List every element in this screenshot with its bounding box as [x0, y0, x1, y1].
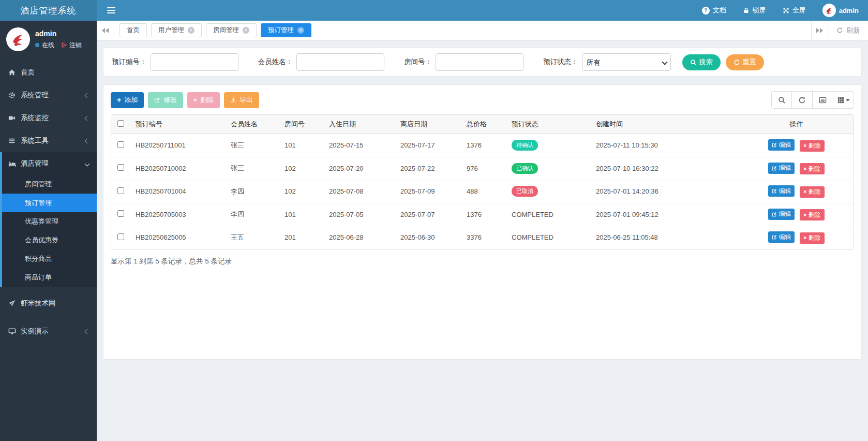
booking-table-wrap: 预订编号 会员姓名 房间号 入住日期 离店日期 总价格 预订状态 创建时间 操作	[111, 114, 854, 249]
sidebar-item-booking-mgmt[interactable]: 预订管理	[2, 194, 97, 212]
sidebar-item-system-mgmt[interactable]: 系统管理	[0, 84, 97, 107]
app-title: 酒店管理系统	[0, 0, 97, 21]
member-name-input[interactable]	[296, 53, 384, 71]
row-checkbox[interactable]	[117, 164, 124, 171]
row-delete-label: 删除	[809, 187, 821, 196]
close-icon[interactable]: ×	[297, 27, 304, 34]
tabs-scroll-left-button[interactable]	[97, 21, 113, 40]
sidebar-item-points-goods[interactable]: 积分商品	[2, 249, 97, 268]
edit-icon	[772, 142, 777, 148]
tab-label: 首页	[127, 26, 140, 35]
user-menu[interactable]: admin	[822, 4, 859, 17]
table-row: HB20250711001 张三 101 2025-07-15 2025-07-…	[111, 134, 854, 157]
table-columns-button[interactable]	[833, 91, 854, 109]
navbar-right: ? 文档 锁屏 全屏 admin	[702, 4, 859, 17]
sidebar-item-label: 实例演示	[21, 327, 49, 336]
cell-room-no: 101	[279, 203, 324, 226]
row-edit-label: 编辑	[779, 187, 791, 196]
row-delete-button[interactable]: ×删除	[800, 209, 824, 220]
sidebar-item-room-mgmt[interactable]: 房间管理	[2, 175, 97, 194]
delete-button[interactable]: × 删除	[187, 92, 219, 108]
close-icon[interactable]: ×	[243, 27, 249, 34]
row-edit-button[interactable]: 编辑	[768, 231, 795, 243]
tab-user-mgmt[interactable]: 用户管理 ×	[151, 23, 202, 37]
cell-room-no: 102	[279, 157, 324, 180]
close-icon[interactable]: ×	[188, 27, 194, 34]
docs-link[interactable]: ? 文档	[702, 6, 726, 15]
fullscreen-link[interactable]: 全屏	[783, 6, 806, 15]
x-icon: ×	[803, 212, 806, 218]
booking-table-panel: + 添加 修改 × 删除 导出	[103, 84, 862, 360]
reset-button[interactable]: 重置	[726, 54, 764, 70]
tab-room-mgmt[interactable]: 房间管理 ×	[206, 23, 257, 37]
table-view-controls	[771, 91, 854, 109]
sidebar-item-xiami-tech[interactable]: 虾米技术网	[0, 292, 97, 315]
sidebar-user-avatar	[6, 27, 30, 51]
add-button[interactable]: + 添加	[111, 92, 144, 108]
refresh-icon	[798, 96, 806, 104]
sidebar-item-demo[interactable]: 实例演示	[0, 320, 97, 343]
row-edit-button[interactable]: 编辑	[768, 139, 795, 151]
sidebar-item-coupon-mgmt[interactable]: 优惠券管理	[2, 212, 97, 231]
edit-button[interactable]: 修改	[148, 92, 183, 108]
row-delete-button[interactable]: ×删除	[800, 232, 824, 244]
row-delete-button[interactable]: ×删除	[800, 163, 824, 174]
cell-booking-no: HB20250710002	[130, 157, 226, 180]
tab-label: 预订管理	[268, 26, 294, 35]
search-icon	[778, 96, 786, 104]
booking-status-select[interactable]: 所有	[582, 53, 671, 71]
cell-member-name: 李四	[226, 203, 279, 226]
booking-table: 预订编号 会员姓名 房间号 入住日期 离店日期 总价格 预订状态 创建时间 操作	[111, 115, 854, 249]
row-checkbox[interactable]	[117, 233, 124, 240]
sidebar-item-hotel-mgmt[interactable]: 酒店管理	[2, 152, 97, 175]
row-edit-button[interactable]: 编辑	[768, 163, 795, 174]
edit-button-label: 修改	[163, 95, 177, 105]
row-checkbox[interactable]	[117, 141, 124, 148]
tab-label: 房间管理	[213, 26, 239, 35]
room-no-input[interactable]	[436, 53, 523, 71]
sidebar-item-system-tools[interactable]: 系统工具	[0, 129, 97, 152]
row-edit-button[interactable]: 编辑	[768, 185, 795, 197]
row-checkbox[interactable]	[117, 210, 124, 217]
select-all-checkbox[interactable]	[117, 120, 124, 127]
cell-booking-no: HB20250625005	[130, 226, 226, 249]
tab-refresh-button[interactable]: 刷新	[828, 21, 868, 40]
col-member-name: 会员姓名	[226, 115, 279, 134]
table-detail-view-button[interactable]	[813, 91, 833, 109]
add-button-label: 添加	[124, 95, 138, 105]
row-delete-label: 删除	[809, 165, 821, 173]
sidebar-toggle-icon[interactable]	[105, 4, 117, 17]
export-button[interactable]: 导出	[224, 92, 259, 108]
booking-status-label: 预订状态：	[543, 57, 578, 67]
logout-label: 注销	[69, 41, 82, 50]
booking-no-input[interactable]	[151, 53, 238, 71]
cell-room-no: 201	[279, 226, 324, 249]
logout-link[interactable]: 注销	[61, 41, 82, 50]
row-delete-button[interactable]: ×删除	[800, 140, 824, 152]
room-no-label: 房间号：	[404, 57, 432, 67]
sign-out-icon	[61, 42, 67, 48]
sidebar-user-meta: admin 在线 注销	[35, 30, 82, 50]
table-refresh-button[interactable]	[792, 91, 813, 109]
lock-screen-link[interactable]: 锁屏	[743, 6, 766, 15]
row-edit-button[interactable]: 编辑	[768, 209, 795, 220]
export-button-label: 导出	[240, 95, 253, 105]
status-badge: COMPLETED	[512, 233, 553, 241]
sidebar-item-member-coupon[interactable]: 会员优惠券	[2, 231, 97, 249]
sidebar-item-label: 系统监控	[21, 113, 49, 123]
row-edit-label: 编辑	[779, 210, 791, 218]
sidebar-item-goods-order[interactable]: 商品订单	[2, 268, 97, 287]
row-checkbox[interactable]	[117, 187, 124, 194]
table-search-toggle-button[interactable]	[771, 91, 792, 109]
reset-refresh-icon	[734, 59, 740, 66]
sidebar-item-system-monitor[interactable]: 系统监控	[0, 107, 97, 129]
cell-booking-no: HB20250705003	[130, 203, 226, 226]
tabs-scroll-right-button[interactable]	[811, 21, 828, 40]
sidebar-item-home[interactable]: 首页	[0, 61, 97, 84]
tab-booking-mgmt[interactable]: 预订管理 ×	[261, 23, 311, 37]
search-button[interactable]: 搜索	[682, 54, 721, 70]
top-navbar: 酒店管理系统 ? 文档 锁屏 全屏 admin	[0, 0, 868, 21]
tab-home[interactable]: 首页	[119, 23, 147, 37]
row-delete-button[interactable]: ×删除	[800, 186, 824, 198]
cell-booking-no: HB20250711001	[130, 134, 226, 157]
